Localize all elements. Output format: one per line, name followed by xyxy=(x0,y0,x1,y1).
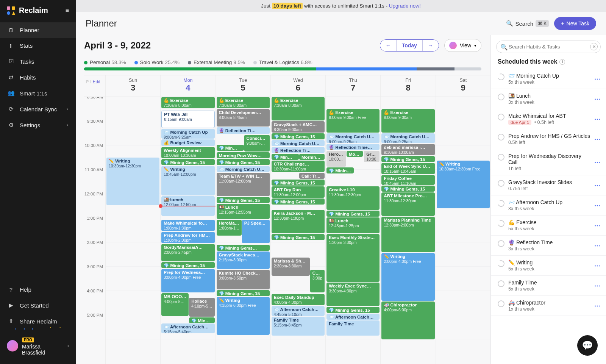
calendar-event[interactable]: 💪 Exercise7:30am-8:00am xyxy=(217,97,270,108)
today-button[interactable]: Today xyxy=(396,40,423,51)
sidebar-item-settings[interactable]: ⚙Settings› xyxy=(0,117,76,133)
calendar-event[interactable]: Morning… xyxy=(299,154,325,160)
calendar-event[interactable]: Hollace4:10pm-5… xyxy=(189,298,214,317)
calendar-event[interactable]: 💎 Mining Gems, 15 xyxy=(272,198,325,205)
day-column[interactable]: 💪 Exercise7:30am-8:30amGravyStack + AMC…… xyxy=(270,97,325,364)
calendar-event[interactable]: 🍱 Lunch12:45pm-1:25pm xyxy=(326,217,380,233)
status-radio[interactable] xyxy=(498,180,504,187)
clear-icon[interactable]: ✕ xyxy=(590,43,598,50)
calendar-event[interactable]: 🍱 Lunch12:15pm-12:55pm xyxy=(217,204,270,219)
day-column[interactable]: 💪 Exercise7:30am-8:00amChild Developmen…… xyxy=(216,97,270,364)
sidebar-item-calendar-sync[interactable]: ⟳Calendar Sync› xyxy=(0,101,76,117)
sidebar-item-planner[interactable]: 🗓Planner xyxy=(0,22,76,38)
more-icon[interactable]: ⋯ xyxy=(594,222,601,229)
sidebar-item-smart-1-1s[interactable]: 👥Smart 1:1s xyxy=(0,85,76,101)
more-icon[interactable]: ⋯ xyxy=(594,202,601,209)
view-dropdown[interactable]: View ▾ xyxy=(444,39,481,52)
status-radio[interactable] xyxy=(498,114,504,120)
calendar-event[interactable]: PJ Spee… xyxy=(242,220,270,243)
scheduled-item[interactable]: 🚑 Chiropractor1x this week⋯ xyxy=(491,296,606,316)
calendar-event[interactable]: 🔮 Reflection Ti… xyxy=(272,147,325,153)
calendar-event[interactable]: 💎 Min… xyxy=(189,317,214,323)
day-header-mon[interactable]: Mon4 xyxy=(160,75,215,97)
calendar-event[interactable]: Friday Coffee10:45am-11:10am xyxy=(381,175,434,185)
calendar-event[interactable]: Child Developmen…8:00am-8:45am xyxy=(217,109,270,127)
next-button[interactable]: → xyxy=(423,40,439,51)
calendar-event[interactable]: CTR Challenge…10:30am-11:00am xyxy=(272,161,325,172)
habits-search-input[interactable] xyxy=(496,41,601,53)
calendar-event[interactable]: Consci…9:00am-… xyxy=(244,135,270,152)
calendar-event[interactable]: 📨 Morning Catch Up9:00am-9:25am xyxy=(161,129,214,139)
calendar-event[interactable]: Marissa & Sha…2:30pm-3:30am xyxy=(272,258,310,276)
calendar-event[interactable]: 📨 Afternoon Catch…5:15am-5:40pm xyxy=(161,323,214,333)
scheduled-item[interactable]: Family Time5x this week⋯ xyxy=(491,276,606,296)
status-radio[interactable] xyxy=(498,300,504,307)
more-icon[interactable]: ⋯ xyxy=(594,262,601,269)
more-icon[interactable]: ⋯ xyxy=(594,95,601,103)
day-header-wed[interactable]: Wed6 xyxy=(270,75,325,97)
status-radio[interactable] xyxy=(498,134,504,141)
more-icon[interactable]: ⋯ xyxy=(594,159,601,166)
calendar-event[interactable]: 💎 Mining Gems… xyxy=(217,245,270,251)
more-icon[interactable]: ⋯ xyxy=(594,116,601,123)
day-column[interactable]: 💪 Exercise8:00am-9:00am📨 Morning Catch U… xyxy=(380,97,435,364)
day-header-tue[interactable]: Tue5 xyxy=(216,75,270,97)
calendar-event[interactable]: PT With Jill8:15am-9:00am xyxy=(161,111,214,128)
upgrade-link[interactable]: Upgrade now! xyxy=(389,3,421,9)
scheduled-item[interactable]: 💪 Exercise5x this week⋯ xyxy=(491,216,606,236)
calendar-event[interactable]: Family Time5:15pm-8:45pm xyxy=(272,317,325,336)
scheduled-item[interactable]: 🔮 Reflection Time3x this week⋯ xyxy=(491,236,606,256)
calendar-event[interactable]: 💰 Budget Review xyxy=(161,139,214,146)
calendar-event[interactable]: Exec Monthly Strategic…1:30pm-3:30pm xyxy=(326,234,380,282)
profile[interactable]: • • •• • PRO Marissa Brassfield › xyxy=(0,331,76,364)
sidebar-item-tasks[interactable]: ☑Tasks xyxy=(0,53,76,69)
calendar-event[interactable]: 💎 Mining Gems, 15 xyxy=(272,234,325,240)
calendar-event[interactable]: 💎 Mining Gems, 15 xyxy=(326,307,380,313)
scheduled-item[interactable]: ✏️ Writing5x this week⋯ xyxy=(491,256,606,276)
calendar-event[interactable]: 🔮 Reflection Ti… xyxy=(217,127,270,134)
calendar-event[interactable]: 💎 Mining Gems, 15 xyxy=(381,186,434,192)
sidebar-item-habits[interactable]: ⇄Habits xyxy=(0,69,76,85)
calendar-event[interactable]: 📨 Morning Catch U…9:00am-9:25am xyxy=(326,133,380,143)
calendar-event[interactable]: 💪 Exercise7:30am-8:30am xyxy=(272,97,325,120)
calendar-event[interactable]: deb and marissa -…9:30am-10:00am xyxy=(381,144,434,155)
calendar-event[interactable]: ABT Dry Run11:30am-12:00pm xyxy=(272,186,325,198)
calendar-event[interactable]: 💪 Exercise8:00am-9:00am Free xyxy=(326,109,380,133)
calendar-event[interactable]: 📨 Afternoon Catch… xyxy=(326,314,380,320)
sidebar-item-share-reclaim[interactable]: ⇧Share Reclaim xyxy=(0,313,76,329)
calendar-event[interactable]: Exec Daily Standup4:00pm-4:30pm xyxy=(272,294,325,305)
new-task-button[interactable]: +New Task xyxy=(554,17,596,30)
calendar-event[interactable]: 💎 Mining Gems, 15 xyxy=(161,262,214,268)
day-column[interactable]: ✏️ Writing10:30am-12:30pm Free xyxy=(436,97,490,364)
calendar-event[interactable]: GravyStack Inves…2:15pm-3:00pm xyxy=(217,252,270,269)
day-header-sun[interactable]: Sun3 xyxy=(105,75,160,97)
status-radio[interactable] xyxy=(498,154,504,161)
status-radio[interactable] xyxy=(497,259,505,268)
more-icon[interactable]: ⋯ xyxy=(594,136,601,143)
calendar-event[interactable]: Consci…3:00pm-4… xyxy=(310,270,325,292)
calendar-event[interactable]: ✏️ Writing4:15pm-6:00pm Free xyxy=(217,297,270,335)
more-icon[interactable]: ⋯ xyxy=(594,75,601,83)
calendar-event[interactable]: Hero…10:00… xyxy=(326,151,346,167)
scheduled-item[interactable]: Make Whimsical for ABTdue Apr 1 • 0.5h l… xyxy=(491,109,606,129)
calendar-event[interactable]: Keira Jackson - M…12:30pm-1:30pm xyxy=(272,210,325,233)
sidebar-collapse-icon[interactable]: ≡ xyxy=(66,7,69,14)
calendar-event[interactable]: ✏️ Writing10:30am-12:30pm xyxy=(106,158,159,205)
calendar-event[interactable]: 🚑 Chiropractor4:00pm-6:00pm xyxy=(381,302,434,339)
calendar-event[interactable]: Team ETW + WIN 1…11:00am-12:00pm xyxy=(217,173,270,196)
calendar-event[interactable]: 📨 Afternoon Catch…4:45pm-5:10pm xyxy=(272,306,325,316)
status-radio[interactable] xyxy=(498,94,504,100)
day-column[interactable]: ✏️ Writing10:30am-12:30pm xyxy=(105,97,160,364)
calendar-event[interactable]: 💎 Mining Gems, 15 xyxy=(217,159,270,165)
day-header-fri[interactable]: Fri8 xyxy=(380,75,435,97)
calendar-event[interactable]: Make Whimsical fo…1:00pm-1:30pm xyxy=(161,220,214,231)
status-radio[interactable] xyxy=(497,72,505,81)
calendar-event[interactable]: 💎 Mining Gems, 15 xyxy=(272,133,325,139)
info-icon[interactable]: i xyxy=(559,59,565,65)
calendar-event[interactable]: GravyStack + AMC…8:30am-9:00am xyxy=(272,121,325,133)
more-icon[interactable]: ⋯ xyxy=(594,282,601,289)
calendar-event[interactable]: 💎 Mining Gems, 15 xyxy=(217,197,270,203)
more-icon[interactable]: ⋯ xyxy=(594,242,601,249)
calendar-event[interactable]: Call: Tra… xyxy=(299,173,325,179)
status-radio[interactable] xyxy=(497,219,505,228)
